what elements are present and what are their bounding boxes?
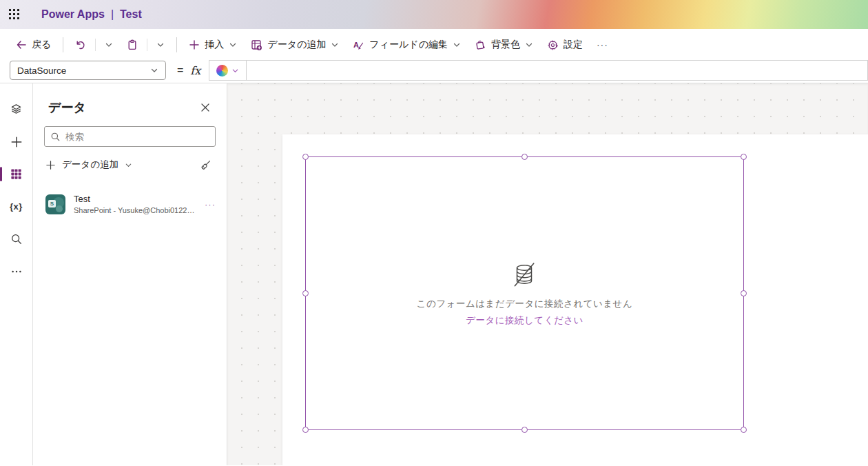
app-name: Test <box>120 8 142 21</box>
variables-icon: {x} <box>10 201 23 212</box>
resize-handle-top-left[interactable] <box>302 154 309 160</box>
main-area: {x} データ データの追加 <box>0 83 868 465</box>
close-panel-button[interactable] <box>196 99 214 116</box>
chevron-down-icon <box>156 41 165 49</box>
gear-icon <box>547 39 559 51</box>
chevron-down-icon <box>125 161 132 169</box>
left-navigation-rail: {x} <box>0 83 33 465</box>
plus-icon <box>189 39 200 50</box>
chevron-down-icon <box>525 41 533 49</box>
top-app-bar: Power Apps | Test <box>0 0 868 29</box>
datasource-text: Test SharePoint - Yusuke@Chobi0122.onmic… <box>74 194 202 214</box>
toolbar-divider <box>63 37 63 52</box>
background-color-button[interactable]: 背景色 <box>468 34 539 55</box>
insert-button[interactable]: 挿入 <box>183 34 243 55</box>
chevron-down-icon <box>453 41 461 49</box>
property-selector[interactable]: DataSource <box>10 61 166 80</box>
formula-bar: DataSource = fx <box>0 61 868 83</box>
waffle-icon <box>9 9 20 20</box>
rail-item-search[interactable] <box>0 223 33 255</box>
chevron-down-icon <box>331 41 339 49</box>
data-grid-icon <box>10 168 23 181</box>
datasource-more-button[interactable]: ··· <box>202 199 218 210</box>
broom-icon <box>200 159 211 171</box>
equals-sign: = <box>177 64 183 77</box>
property-selected-value: DataSource <box>17 65 66 76</box>
rail-item-data[interactable] <box>0 158 33 190</box>
data-search-input[interactable] <box>65 132 209 142</box>
datasource-name: Test <box>74 194 202 204</box>
more-dots-icon <box>10 265 23 278</box>
close-icon <box>200 103 210 112</box>
copilot-button[interactable] <box>209 61 247 80</box>
sharepoint-icon: S <box>45 194 65 214</box>
connect-data-link[interactable]: データに接続してください <box>466 314 583 327</box>
toolbar-divider <box>176 37 177 52</box>
data-panel: データ データの追加 S Test <box>33 83 227 465</box>
resize-handle-middle-left[interactable] <box>302 290 309 296</box>
settings-label: 設定 <box>564 39 583 51</box>
background-color-label: 背景色 <box>491 39 520 51</box>
data-panel-header: データ <box>33 83 227 125</box>
datasource-connection: SharePoint - Yusuke@Chobi0122.onmic... <box>74 206 196 214</box>
command-toolbar: 戻る 挿入 データの追加 A フィールドの編集 背景色 設定 ··· <box>0 29 868 61</box>
resize-handle-bottom-left[interactable] <box>302 427 309 433</box>
toolbar-overflow-button[interactable]: ··· <box>590 35 614 54</box>
database-disconnected-icon <box>510 261 539 290</box>
form-empty-message: このフォームはまだデータに接続されていません <box>417 298 633 310</box>
copilot-icon <box>216 65 228 77</box>
undo-icon <box>75 39 86 50</box>
panel-add-data-button[interactable]: データの追加 <box>45 159 132 171</box>
resize-handle-top-right[interactable] <box>741 154 747 160</box>
insert-label: 挿入 <box>205 39 224 51</box>
rail-item-tree-view[interactable] <box>0 93 33 125</box>
formula-input[interactable] <box>247 61 867 80</box>
resize-handle-top-middle[interactable] <box>521 154 528 160</box>
table-add-icon <box>251 39 262 51</box>
fx-label: fx <box>190 64 200 77</box>
resize-handle-bottom-middle[interactable] <box>521 427 528 433</box>
paste-button[interactable] <box>121 35 144 54</box>
paint-bucket-icon <box>475 39 486 51</box>
more-icon: ··· <box>597 39 608 50</box>
rail-item-insert[interactable] <box>0 125 33 158</box>
formula-input-container <box>209 60 868 81</box>
undo-button[interactable] <box>69 35 92 54</box>
back-arrow-icon <box>16 39 27 50</box>
tree-view-icon <box>10 103 23 116</box>
plus-icon <box>10 136 23 148</box>
waffle-menu-button[interactable] <box>0 0 29 29</box>
back-button[interactable]: 戻る <box>10 34 57 55</box>
edit-fields-label: フィールドの編集 <box>369 39 448 51</box>
product-name[interactable]: Power Apps <box>41 8 105 21</box>
rail-item-more[interactable] <box>0 255 33 287</box>
edit-fields-button[interactable]: A フィールドの編集 <box>347 34 467 55</box>
undo-menu-chevron[interactable] <box>99 37 119 53</box>
edit-fields-icon: A <box>353 39 364 51</box>
split-separator <box>95 39 96 51</box>
search-icon <box>50 132 61 142</box>
split-separator <box>147 39 147 51</box>
add-data-button[interactable]: データの追加 <box>245 34 345 55</box>
resize-handle-bottom-right[interactable] <box>741 427 747 433</box>
datasource-item-test[interactable]: S Test SharePoint - Yusuke@Chobi0122.onm… <box>43 190 221 219</box>
data-panel-title: データ <box>48 99 86 116</box>
chevron-down-icon <box>229 41 237 49</box>
panel-add-data-label: データの追加 <box>62 159 118 171</box>
settings-button[interactable]: 設定 <box>541 34 589 55</box>
clear-data-button[interactable] <box>196 156 214 174</box>
app-title: Power Apps | Test <box>41 8 142 21</box>
back-label: 戻る <box>32 39 51 51</box>
canvas-workspace[interactable]: このフォームはまだデータに接続されていません データに接続してください <box>227 83 868 465</box>
svg-text:A: A <box>353 41 359 49</box>
app-screen[interactable]: このフォームはまだデータに接続されていません データに接続してください <box>282 134 868 465</box>
clipboard-icon <box>127 39 138 50</box>
rail-item-variables[interactable]: {x} <box>0 190 33 223</box>
search-icon <box>10 233 23 245</box>
chevron-down-icon <box>231 67 239 74</box>
paste-menu-chevron[interactable] <box>150 37 171 53</box>
chevron-down-icon <box>150 66 158 74</box>
data-search-box[interactable] <box>44 126 216 147</box>
form-control-selection[interactable]: このフォームはまだデータに接続されていません データに接続してください <box>305 156 744 430</box>
resize-handle-middle-right[interactable] <box>741 290 747 296</box>
